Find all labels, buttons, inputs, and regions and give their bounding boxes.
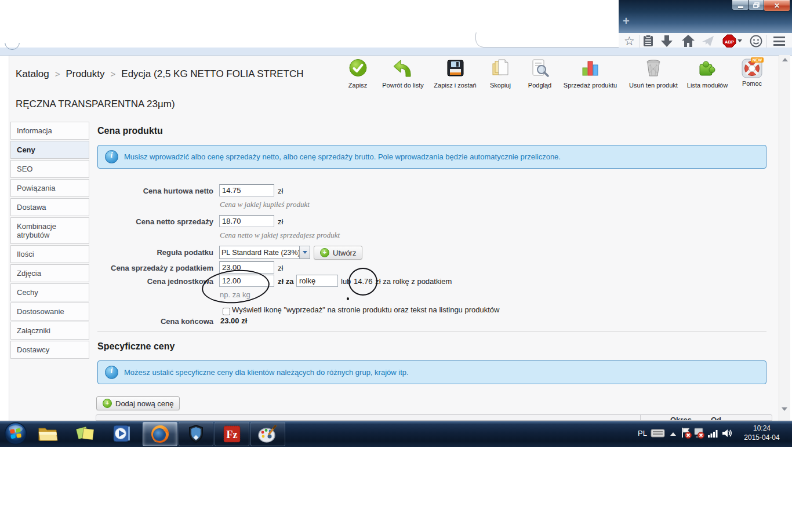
taskbar-media-player-button[interactable]	[110, 423, 133, 444]
share-plane-icon[interactable]	[702, 36, 714, 49]
taskbar-explorer-button[interactable]	[37, 423, 60, 444]
handdrawn-circle-annotation	[348, 268, 377, 296]
price-info-text: Musisz wprowadzić albo cenę sprzedaży ne…	[124, 152, 561, 161]
scroll-down-arrow[interactable]	[782, 407, 787, 411]
currency-suffix: zł	[278, 187, 283, 195]
keyboard-layout-icon[interactable]	[651, 428, 665, 440]
tab-ceny[interactable]: Ceny	[10, 141, 89, 159]
new-tab-button[interactable]: +	[623, 15, 630, 27]
tax-rule-select[interactable]: PL Standard Rate (23%)	[219, 246, 310, 259]
tab-ilosci[interactable]: Ilości	[10, 245, 89, 263]
toolbar-separator	[640, 35, 640, 48]
taskbar-shield-app-button[interactable]	[179, 422, 213, 446]
volume-speaker-icon[interactable]	[722, 428, 733, 440]
tab-powiazania[interactable]: Powiązania	[10, 179, 89, 197]
taskbar-filezilla-button[interactable]: Fz	[215, 422, 249, 446]
taskbar-sticky-notes-button[interactable]	[74, 423, 97, 444]
plus-icon: +	[320, 248, 329, 257]
window-minimize-button[interactable]	[732, 0, 749, 10]
product-sales-button[interactable]: Sprzedaż produktu	[558, 59, 622, 89]
tab-zalaczniki[interactable]: Załączniki	[10, 322, 89, 340]
net-price-input[interactable]	[219, 215, 274, 227]
wholesale-price-input[interactable]	[219, 184, 274, 196]
on-sale-checkbox[interactable]	[223, 308, 230, 315]
window-restore-button[interactable]	[748, 0, 765, 10]
start-button[interactable]	[3, 421, 28, 448]
unit-price-label: Cena jednostkowa	[97, 277, 213, 286]
price-info-box: i Musisz wprowadzić albo cenę sprzedaży …	[97, 145, 766, 169]
media-player-icon	[112, 424, 131, 443]
bookmark-star-icon[interactable]: ☆	[624, 34, 635, 48]
network-signal-icon[interactable]	[708, 429, 718, 440]
info-icon: i	[105, 366, 118, 379]
windows-update-error-icon[interactable]	[693, 427, 705, 442]
paint-palette-icon	[257, 424, 278, 444]
section-divider	[97, 331, 766, 332]
wholesale-price-hint: Cena w jakiej kupiłeś produkt	[220, 200, 310, 209]
breadcrumb: Katalog>Produkty>Edycja (2,5 KG NETTO FO…	[16, 59, 317, 119]
urlbar-fragment	[473, 32, 619, 48]
svg-text:ABP: ABP	[725, 39, 734, 45]
svg-text:Fz: Fz	[227, 429, 238, 440]
close-icon: ✕	[774, 2, 780, 9]
tray-clock[interactable]: 10:24 2015-04-04	[737, 424, 786, 442]
restore-icon	[753, 2, 760, 8]
window-close-button[interactable]: ✕	[764, 0, 790, 12]
tab-dostosowanie[interactable]: Dostosowanie	[10, 303, 89, 320]
add-specific-price-label: Dodaj nową cenę	[115, 399, 173, 408]
shield-badge-icon	[187, 424, 205, 444]
on-sale-checkbox-label[interactable]: Wyświetl ikonę "wyprzedaż" na stronie pr…	[232, 305, 499, 314]
tab-seo[interactable]: SEO	[10, 160, 89, 178]
preview-magnifier-icon	[531, 59, 549, 78]
action-center-flag-icon[interactable]	[681, 427, 692, 442]
info-icon: i	[105, 150, 118, 163]
taskbar-firefox-button[interactable]	[143, 422, 177, 446]
tab-informacja[interactable]: Informacja	[10, 122, 89, 140]
final-price-label: Cena końcowa	[97, 317, 213, 326]
tab-dostawa[interactable]: Dostawa	[10, 198, 89, 216]
column-od: Od	[711, 416, 721, 421]
help-label: Pomoc	[720, 80, 784, 87]
unit-name-input[interactable]	[296, 275, 338, 287]
tax-rule-label: Reguła podatku	[97, 248, 213, 257]
page-scrollbar[interactable]	[779, 55, 790, 421]
menu-hamburger-icon[interactable]	[773, 37, 785, 46]
tab-cechy[interactable]: Cechy	[10, 283, 89, 301]
tab-zdjecia[interactable]: Zdjęcia	[10, 264, 89, 282]
sticky-notes-icon	[75, 424, 97, 443]
select-dropdown-arrow[interactable]	[299, 246, 310, 258]
puzzle-piece-icon	[697, 59, 717, 78]
breadcrumb-produkty[interactable]: Produkty	[66, 68, 104, 79]
final-price-value: 23.00 zł	[220, 316, 247, 325]
filezilla-icon: Fz	[223, 425, 241, 443]
tax-rule-selected-value: PL Standard Rate (23%)	[220, 249, 299, 257]
section-title-price: Cena produktu	[97, 126, 163, 136]
save-check-icon	[348, 59, 368, 78]
handdrawn-dot	[347, 297, 349, 300]
breadcrumb-separator: >	[49, 69, 66, 79]
breadcrumb-katalog[interactable]: Katalog	[16, 68, 49, 79]
minimize-icon	[738, 6, 743, 8]
add-specific-price-button[interactable]: + Dodaj nową cenę	[96, 396, 180, 410]
net-price-label: Cena netto sprzedaży	[97, 217, 213, 226]
help-button[interactable]: NEW Pomoc	[720, 59, 784, 87]
windows-start-orb-icon	[3, 421, 28, 446]
folder-icon	[38, 425, 59, 442]
specific-prices-info-text: Możesz ustalić specyficzne ceny dla klie…	[124, 368, 409, 377]
tray-hidden-icons-arrow[interactable]	[670, 432, 676, 436]
scroll-up-arrow[interactable]	[782, 58, 788, 61]
plus-icon: +	[103, 399, 112, 408]
unit-alt-suffix: zł za rolkę z podatkiem	[375, 277, 452, 286]
taskbar-paint-app-button[interactable]	[250, 422, 285, 446]
currency-suffix: zł	[278, 217, 283, 226]
create-tax-rule-button[interactable]: + Utwórz	[314, 246, 362, 260]
column-okres: Okres	[670, 416, 692, 421]
partial-circle-remnant	[4, 43, 20, 51]
trash-icon	[645, 59, 662, 78]
adblock-dropdown-caret[interactable]	[737, 39, 742, 42]
floppy-icon	[446, 59, 464, 78]
tray-date: 2015-04-04	[737, 433, 786, 442]
tab-kombinacje-atrybutow[interactable]: Kombinacje atrybutów	[10, 217, 89, 244]
tray-language-indicator[interactable]: PL	[638, 429, 647, 438]
tab-dostawcy[interactable]: Dostawcy	[10, 341, 89, 359]
